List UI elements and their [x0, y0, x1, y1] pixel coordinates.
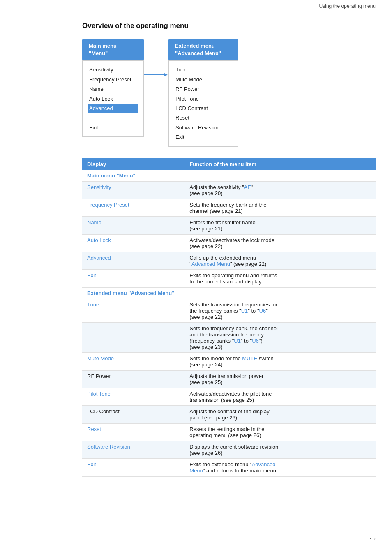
main-menu-column: Main menu"Menu" Sensitivity Frequency Pr…: [82, 39, 144, 137]
display-frequency-preset: Frequency Preset: [87, 202, 129, 208]
function-advanced: Calls up the extended menu"Advanced Menu…: [184, 252, 376, 269]
display-sensitivity: Sensitivity: [87, 184, 111, 190]
extended-menu-column: Extended menu"Advanced Menu" Tune Mute M…: [168, 39, 238, 147]
menu-diagram: Main menu"Menu" Sensitivity Frequency Pr…: [82, 39, 376, 147]
ext-item-pilot-tone: Pilot Tone: [175, 96, 199, 102]
table-row: Exit Exits the extended menu "AdvancedMe…: [82, 458, 376, 476]
table-row: Frequency Preset Sets the frequency bank…: [82, 199, 376, 216]
display-auto-lock: Auto Lock: [87, 237, 111, 243]
function-mute-mode: Sets the mode for the MUTE switch(see pa…: [184, 352, 376, 370]
table-row: Software Revision Displays the current s…: [82, 441, 376, 458]
display-mute-mode: Mute Mode: [87, 355, 114, 362]
page-header: Using the operating menu: [0, 0, 392, 12]
table-row: Reset Resets the settings made in theope…: [82, 423, 376, 441]
function-software-revision: Displays the current software revision(s…: [184, 441, 376, 458]
display-rf-power: RF Power: [87, 373, 111, 379]
extended-menu-box: Extended menu"Advanced Menu": [168, 39, 238, 60]
display-pilot-tone: Pilot Tone: [87, 391, 111, 397]
table-row: Tune Sets the transmission frequencies f…: [82, 299, 376, 322]
display-tune: Tune: [87, 302, 99, 308]
page-number: 17: [370, 537, 376, 543]
main-menu-list: Sensitivity Frequency Preset Name Auto L…: [82, 60, 144, 137]
section-main-label: Main menu "Menu": [87, 173, 136, 179]
ext-item-rf-power: RF Power: [175, 86, 199, 92]
table-row: Name Enters the transmitter name(see pag…: [82, 216, 376, 234]
extended-menu-list: Tune Mute Mode RF Power Pilot Tone LCD C…: [168, 60, 238, 146]
main-menu-box: Main menu"Menu": [82, 39, 144, 60]
function-auto-lock: Activates/deactivates the lock mode(see …: [184, 234, 376, 252]
function-rf-power: Adjusts the transmission power(see page …: [184, 370, 376, 388]
function-tune-1: Sets the transmission frequencies forthe…: [184, 299, 376, 322]
menu-reference-table: Display Function of the menu item Main m…: [82, 158, 376, 477]
menu-item-exit: Exit: [89, 124, 98, 131]
section-extended-menu-header: Extended menu "Advanced Menu": [82, 287, 376, 299]
svg-marker-1: [164, 73, 168, 77]
function-lcd-contrast: Adjusts the contrast of the displaypanel…: [184, 405, 376, 423]
ext-item-reset: Reset: [175, 115, 189, 121]
function-name: Enters the transmitter name(see page 21): [184, 216, 376, 234]
menu-item-name: Name: [89, 86, 104, 92]
ext-item-tune: Tune: [175, 67, 187, 73]
table-row: Exit Exits the operating menu and return…: [82, 269, 376, 287]
col-display-header: Display: [82, 158, 184, 170]
table-row: RF Power Adjusts the transmission power(…: [82, 370, 376, 388]
table-row: Sets the frequency bank, the channeland …: [82, 322, 376, 352]
function-sensitivity: Adjusts the sensitivity "AF"(see page 20…: [184, 181, 376, 199]
function-exit-extended: Exits the extended menu "AdvancedMenu" a…: [184, 458, 376, 476]
section-extended-label: Extended menu "Advanced Menu": [87, 290, 174, 296]
function-reset: Resets the settings made in theoperating…: [184, 423, 376, 441]
ext-item-mute-mode: Mute Mode: [175, 76, 202, 83]
function-frequency-preset: Sets the frequency bank and thechannel (…: [184, 199, 376, 216]
display-name: Name: [87, 219, 101, 226]
table-row: Advanced Calls up the extended menu"Adva…: [82, 252, 376, 269]
menu-item-sensitivity: Sensitivity: [89, 67, 113, 73]
arrow-connector: [144, 69, 168, 81]
section-main-menu-header: Main menu "Menu": [82, 170, 376, 182]
menu-item-advanced: Advanced: [88, 104, 138, 113]
ext-item-software-revision: Software Revision: [175, 124, 219, 131]
menu-item-auto-lock: Auto Lock: [89, 96, 113, 102]
table-row: LCD Contrast Adjusts the contrast of the…: [82, 405, 376, 423]
ext-item-lcd-contrast: LCD Contrast: [175, 105, 208, 111]
page-title: Overview of the operating menu: [82, 22, 376, 30]
function-exit-main: Exits the operating menu and returnsto t…: [184, 269, 376, 287]
table-row: Pilot Tone Activates/deactivates the pil…: [82, 388, 376, 405]
display-exit-extended: Exit: [87, 461, 96, 467]
function-tune-2: Sets the frequency bank, the channeland …: [184, 322, 376, 352]
table-row: Auto Lock Activates/deactivates the lock…: [82, 234, 376, 252]
header-text: Using the operating menu: [319, 3, 376, 9]
display-lcd-contrast: LCD Contrast: [87, 408, 120, 415]
table-row: Mute Mode Sets the mode for the MUTE swi…: [82, 352, 376, 370]
table-row: Sensitivity Adjusts the sensitivity "AF"…: [82, 181, 376, 199]
display-software-revision: Software Revision: [87, 444, 130, 450]
ext-item-exit: Exit: [175, 134, 184, 140]
col-function-header: Function of the menu item: [184, 158, 376, 170]
display-advanced: Advanced: [87, 255, 111, 261]
menu-item-frequency-preset: Frequency Preset: [89, 76, 131, 83]
table-header-row: Display Function of the menu item: [82, 158, 376, 170]
function-pilot-tone: Activates/deactivates the pilot tonetran…: [184, 388, 376, 405]
display-reset: Reset: [87, 426, 101, 432]
display-exit-main: Exit: [87, 272, 96, 279]
